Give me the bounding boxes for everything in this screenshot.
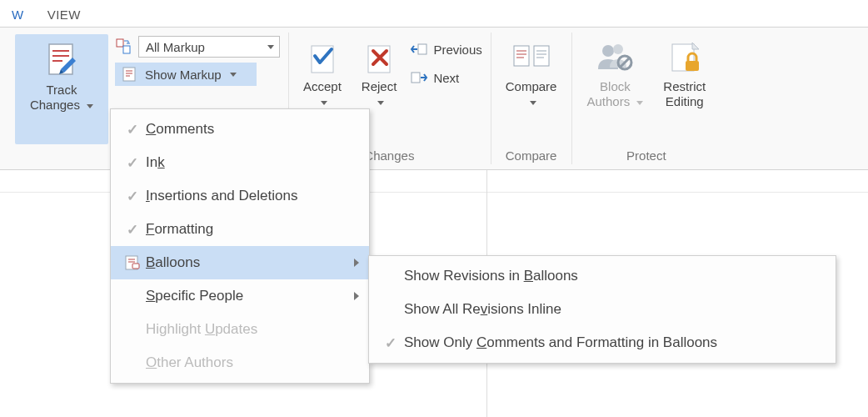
- restrict-editing-button[interactable]: Restrict Editing: [656, 36, 712, 114]
- display-for-review-icon: [115, 38, 133, 56]
- compare-icon: [509, 41, 554, 76]
- group-protect: Block Authors Restrict Editing Protect: [571, 28, 721, 169]
- chevron-right-icon: [354, 292, 359, 300]
- svg-rect-6: [123, 68, 135, 81]
- accept-icon: [305, 41, 340, 76]
- show-markup-row: Show Markup: [115, 63, 280, 86]
- svg-rect-14: [514, 46, 529, 66]
- chevron-down-icon: [267, 45, 274, 49]
- group-compare-label: Compare: [499, 148, 564, 166]
- menu-other-authors: Other Authors: [111, 346, 369, 379]
- balloons-submenu: Show Revisions in Balloons Show All Revi…: [368, 255, 836, 364]
- restrict-editing-label: Restrict Editing: [663, 79, 706, 108]
- check-icon: ✓: [127, 121, 138, 138]
- accept-button[interactable]: Accept: [297, 36, 348, 114]
- svg-rect-13: [412, 73, 420, 83]
- show-markup-label: Show Markup: [145, 68, 222, 82]
- previous-button[interactable]: Previous: [410, 41, 481, 58]
- reject-button[interactable]: Reject: [355, 36, 404, 114]
- chevron-down-icon: [377, 101, 384, 105]
- check-icon: ✓: [385, 334, 397, 352]
- menu-comments-label: omments: [156, 121, 214, 137]
- chevron-right-icon: [354, 259, 359, 267]
- menu-highlight-updates: Highlight Updates: [111, 313, 369, 346]
- svg-point-23: [613, 44, 623, 54]
- reject-icon: [362, 41, 397, 76]
- submenu-comments-formatting-balloons[interactable]: ✓ Show Only Comments and Formatting in B…: [369, 326, 836, 359]
- group-protect-label: Protect: [580, 148, 712, 166]
- markup-controls: All Markup Show Markup: [115, 33, 280, 86]
- svg-rect-31: [132, 264, 139, 269]
- compare-label: Compare: [506, 79, 557, 93]
- block-authors-button[interactable]: Block Authors: [580, 36, 650, 114]
- chevron-down-icon: [230, 73, 237, 77]
- accept-label: Accept: [303, 79, 342, 93]
- track-changes-button[interactable]: Track Changes: [15, 34, 108, 144]
- display-for-review-value: All Markup: [146, 40, 205, 54]
- compare-button[interactable]: Compare: [499, 36, 564, 114]
- ribbon-tabstrip: W VIEW: [0, 0, 868, 28]
- track-changes-icon: [42, 41, 81, 79]
- svg-rect-5: [123, 46, 130, 53]
- svg-point-22: [602, 45, 614, 57]
- track-changes-label: Track Changes: [30, 83, 93, 113]
- tab-review-fragment[interactable]: W: [0, 3, 36, 27]
- markup-row: All Markup: [115, 36, 280, 58]
- submenu-revisions-in-balloons[interactable]: Show Revisions in Balloons: [369, 259, 836, 293]
- check-icon: ✓: [127, 221, 138, 239]
- svg-rect-15: [534, 46, 549, 66]
- svg-rect-4: [117, 39, 123, 47]
- check-icon: ✓: [127, 188, 138, 205]
- group-compare: Compare Compare: [491, 28, 572, 169]
- tab-view[interactable]: VIEW: [36, 3, 92, 27]
- svg-rect-12: [418, 44, 427, 54]
- menu-balloons[interactable]: Balloons: [111, 246, 369, 279]
- chevron-down-icon: [87, 104, 93, 108]
- submenu-all-inline[interactable]: Show All Revisions Inline: [369, 293, 836, 326]
- menu-insertions-deletions[interactable]: ✓ Insertions and Deletions: [111, 179, 369, 213]
- show-markup-button[interactable]: Show Markup: [115, 63, 257, 86]
- menu-comments[interactable]: ✓ Comments: [111, 113, 369, 146]
- next-label: Next: [433, 71, 459, 85]
- next-icon: [410, 69, 428, 86]
- previous-icon: [410, 41, 428, 58]
- reject-label: Reject: [362, 79, 397, 93]
- next-button[interactable]: Next: [410, 69, 481, 86]
- block-authors-label: Block Authors: [586, 79, 630, 108]
- balloons-icon: [124, 254, 141, 271]
- previous-label: Previous: [433, 43, 481, 57]
- chevron-down-icon: [636, 101, 643, 105]
- chevron-down-icon: [321, 101, 327, 105]
- show-markup-menu: ✓ Comments ✓ Ink ✓ Insertions and Deleti…: [110, 108, 370, 384]
- menu-specific-people[interactable]: Specific People: [111, 279, 369, 313]
- menu-formatting[interactable]: ✓ Formatting: [111, 213, 369, 246]
- svg-rect-27: [686, 61, 699, 71]
- check-icon: ✓: [127, 154, 138, 172]
- menu-ink[interactable]: ✓ Ink: [111, 146, 369, 179]
- block-authors-icon: [595, 41, 635, 76]
- display-for-review-select[interactable]: All Markup: [138, 36, 280, 58]
- restrict-editing-icon: [666, 41, 704, 76]
- chevron-down-icon: [530, 101, 536, 105]
- show-markup-icon: [122, 66, 138, 83]
